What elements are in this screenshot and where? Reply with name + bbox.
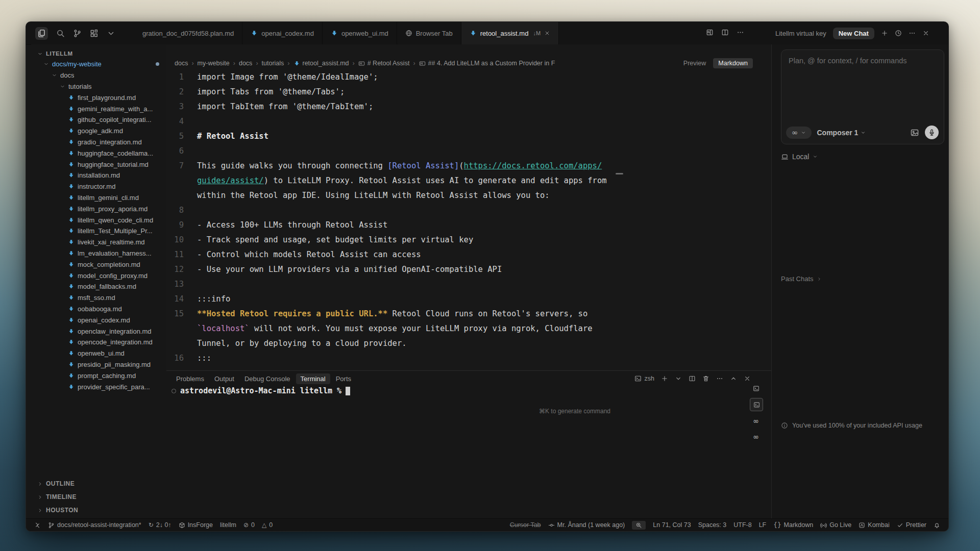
chat-clock-button[interactable] — [895, 30, 902, 37]
tree-item-github-copilot-integrati[interactable]: github_copilot_integrati... — [31, 114, 166, 126]
tree-item-first-playground-md[interactable]: first_playground.md — [31, 92, 166, 103]
tree-item-litellm-proxy-aporia-md[interactable]: litellm_proxy_aporia.md — [31, 203, 166, 214]
terminal-instance-1[interactable] — [750, 382, 762, 394]
ellipsis-button[interactable] — [737, 29, 744, 38]
split-search-button[interactable] — [706, 29, 714, 38]
tree-item-gradio-integration-md[interactable]: gradio_integration.md — [31, 137, 166, 148]
tree-item-docs[interactable]: docs — [31, 70, 166, 81]
chat-close-button[interactable] — [922, 30, 929, 37]
tree-item-openclaw-integration-md[interactable]: openclaw_integration.md — [31, 325, 166, 337]
status-git-blame[interactable]: Mr. Ånand (1 week ago) — [548, 521, 625, 529]
tab-gration-doc-d075fd58-plan-md[interactable]: gration_doc_d075fd58.plan.md — [134, 22, 242, 44]
status-remote-indicator[interactable] — [34, 522, 41, 529]
terminal-instance-3[interactable]: ∞ — [750, 415, 762, 427]
activity-branch-button[interactable] — [73, 29, 82, 38]
tree-item-litellm-gemini-cli-md[interactable]: litellm_gemini_cli.md — [31, 192, 166, 204]
breadcrumb-docs[interactable]: docs — [239, 60, 252, 67]
panel-trash-button[interactable] — [702, 375, 709, 382]
tree-item-litellm-qwen-code-cli-md[interactable]: litellm_qwen_code_cli.md — [31, 214, 166, 226]
breadcrumb-4-add-litellm-as-a-custom-provider-in-f[interactable]: ## 4. Add LiteLLM as a Custom Provider i… — [419, 60, 555, 67]
status-insforge[interactable]: InsForge — [179, 521, 213, 529]
status-eol[interactable]: LF — [759, 521, 767, 529]
tab-openweb-ui-md[interactable]: openweb_ui.md — [323, 22, 397, 44]
tree-item-google-adk-md[interactable]: google_adk.md — [31, 126, 166, 137]
panel-tab-debug-console[interactable]: Debug Console — [240, 373, 295, 384]
status-encoding[interactable]: UTF-8 — [733, 521, 751, 529]
status-prettier[interactable]: Prettier — [897, 521, 926, 529]
tree-item-docs-my-website[interactable]: docs/my-website — [31, 59, 166, 70]
panel-chevron-down-button[interactable] — [675, 375, 682, 382]
activity-files-button[interactable] — [35, 27, 48, 40]
panel-chevron-up-button[interactable] — [730, 375, 737, 382]
tree-item-litellm-test-multiple-pr[interactable]: litellm_Test_Multiple_Pr... — [31, 226, 166, 237]
panel-tab-ports[interactable]: Ports — [331, 373, 356, 384]
status-kombai[interactable]: Kombai — [859, 521, 889, 529]
tab-openai-codex-md[interactable]: openai_codex.md — [242, 22, 323, 44]
tree-item-opencode-integration-md[interactable]: opencode_integration.md — [31, 337, 166, 348]
status-indentation[interactable]: Spaces: 3 — [698, 521, 727, 529]
tree-item-oobabooga-md[interactable]: oobabooga.md — [31, 304, 166, 315]
activity-search-button[interactable] — [56, 29, 65, 38]
tree-item-instructor-md[interactable]: instructor.md — [31, 181, 166, 192]
panel-close-button[interactable] — [744, 375, 751, 382]
chat-plus-button[interactable] — [881, 30, 888, 37]
status-language-mode[interactable]: {}Markdown — [773, 521, 813, 529]
tree-item-openweb-ui-md[interactable]: openweb_ui.md — [31, 348, 166, 359]
status-cursor-position[interactable]: Ln 71, Col 73 — [653, 521, 691, 529]
composer-selector[interactable]: Composer 1 — [817, 129, 866, 137]
tree-item-model-fallbacks-md[interactable]: model_fallbacks.md — [31, 281, 166, 292]
tab-browser-tab[interactable]: Browser Tab — [397, 22, 461, 44]
activity-extensions-button[interactable] — [90, 29, 99, 38]
model-selector[interactable]: ∞ — [786, 127, 812, 139]
split-button[interactable] — [721, 29, 729, 38]
terminal-shell-label[interactable]: zsh — [634, 375, 654, 382]
tree-item-lm-evaluation-harness[interactable]: lm_evaluation_harness... — [31, 248, 166, 259]
tree-item-msft-sso-md[interactable]: msft_sso.md — [31, 292, 166, 304]
breadcrumb-docs[interactable]: docs — [175, 60, 188, 67]
terminal-instance-2[interactable] — [750, 398, 763, 411]
status-notifications[interactable] — [934, 522, 940, 529]
panel-tab-terminal[interactable]: Terminal — [296, 373, 330, 384]
close-icon[interactable] — [544, 30, 550, 36]
panel-plus-button[interactable] — [661, 375, 668, 382]
breadcrumb-tutorials[interactable]: tutorials — [262, 60, 284, 67]
status-litellm[interactable]: litellm — [220, 521, 236, 529]
tree-item-presidio-pii-masking-md[interactable]: presidio_pii_masking.md — [31, 359, 166, 370]
tree-item-model-config-proxy-md[interactable]: model_config_proxy.md — [31, 270, 166, 281]
status-git-branch[interactable]: docs/retool-assist-integration* — [48, 521, 141, 529]
terminal-instance-4[interactable]: ∞ — [750, 431, 762, 443]
panel-tab-problems[interactable]: Problems — [172, 373, 209, 384]
past-chats[interactable]: Past Chats — [781, 275, 822, 283]
status-errors[interactable]: ⊘0 — [243, 521, 255, 529]
status-cursor-tab[interactable]: Cursor Tab — [510, 521, 541, 529]
status-go-live[interactable]: Go Live — [820, 521, 851, 529]
microphone-button[interactable] — [925, 126, 939, 139]
tab-retool-assist-md[interactable]: retool_assist.md↓M — [461, 22, 559, 44]
breadcrumb-my-website[interactable]: my-website — [198, 60, 230, 67]
breadcrumb-retool-assist[interactable]: # Retool Assist — [358, 60, 410, 67]
tree-item-installation-md[interactable]: installation.md — [31, 170, 166, 181]
breadcrumb-retool-assist-md[interactable]: retool_assist.md — [293, 60, 349, 67]
preview-button[interactable]: Preview — [683, 60, 706, 67]
tree-item-huggingface-tutorial-md[interactable]: huggingface_tutorial.md — [31, 159, 166, 170]
tree-item-prompt-caching-md[interactable]: prompt_caching.md — [31, 370, 166, 381]
local-mode-selector[interactable]: Local — [781, 153, 818, 161]
status-zoom-search[interactable] — [632, 521, 646, 530]
new-chat-button[interactable]: New Chat — [833, 28, 874, 39]
project-root-row[interactable]: LITELLM — [31, 47, 166, 60]
panel-split-button[interactable] — [689, 375, 696, 382]
panel-tab-output[interactable]: Output — [210, 373, 239, 384]
panel-ellipsis-button[interactable] — [716, 375, 723, 382]
sidebar-section-houston[interactable]: HOUSTON — [31, 504, 166, 517]
sidebar-section-outline[interactable]: OUTLINE — [31, 477, 166, 490]
attach-image-button[interactable] — [910, 128, 919, 137]
markdown-mode-button[interactable]: Markdown — [713, 58, 753, 68]
status-warnings[interactable]: △0 — [262, 521, 273, 529]
chat-ellipsis-button[interactable] — [909, 30, 916, 37]
tree-item-livekit-xai-realtime-md[interactable]: livekit_xai_realtime.md — [31, 237, 166, 248]
code-editor[interactable]: 1import Image from '@theme/IdealImage';2… — [166, 68, 771, 374]
tree-item-huggingface-codellama[interactable]: huggingface_codellama... — [31, 147, 166, 159]
activity-chevron-down-button[interactable] — [107, 29, 115, 38]
chat-panel-title[interactable]: Litellm virtual key — [775, 30, 826, 37]
status-git-sync[interactable]: ↻2↓ 0↑ — [149, 521, 172, 529]
